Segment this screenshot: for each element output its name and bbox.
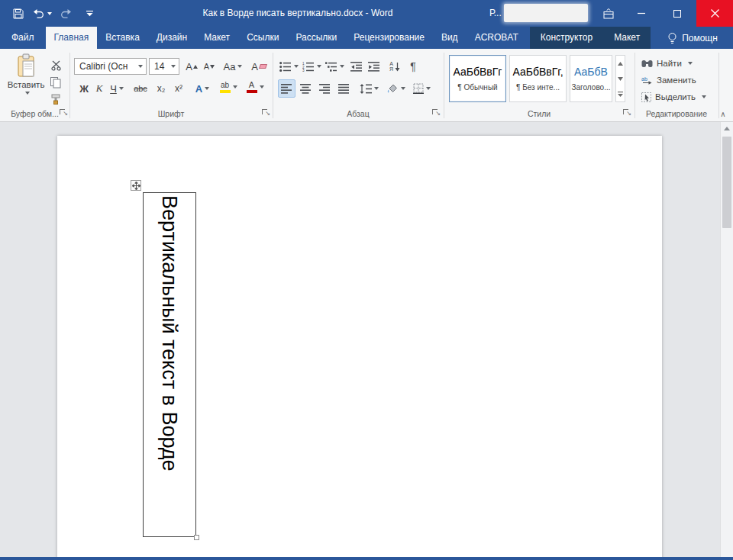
tab-references[interactable]: Ссылки [238, 27, 287, 49]
multilevel-list-button[interactable] [324, 57, 345, 76]
format-painter-button[interactable] [47, 90, 64, 108]
clipboard-dialog-launcher[interactable]: ↘ [60, 109, 68, 117]
ribbon: Вставить Буфер обм... ↘ Calibri (Осн 14 … [0, 49, 733, 122]
collapse-ribbon-button[interactable]: ∧ [718, 110, 728, 119]
tab-acrobat[interactable]: ACROBAT [467, 27, 527, 49]
undo-button[interactable] [33, 5, 51, 23]
bold-button[interactable]: Ж [76, 79, 92, 98]
borders-button[interactable] [410, 79, 433, 98]
share-person-button[interactable] [727, 27, 733, 49]
tab-mailings[interactable]: Рассылки [287, 27, 345, 49]
cut-button[interactable] [47, 56, 64, 75]
customize-quick-access-button[interactable] [80, 5, 98, 23]
shrink-font-button[interactable]: А [201, 57, 218, 76]
redo-button[interactable] [57, 5, 75, 23]
align-left-button[interactable] [278, 79, 295, 98]
style-no-spacing[interactable]: АаБбВвГг, ¶ Без инте... [509, 55, 567, 102]
font-color-button[interactable]: А [243, 78, 267, 96]
font-size-combo[interactable]: 14 [149, 58, 179, 75]
maximize-button[interactable] [660, 0, 694, 27]
tab-view[interactable]: Вид [433, 27, 467, 49]
vertical-scrollbar[interactable] [720, 122, 733, 557]
tab-design[interactable]: Дизайн [148, 27, 195, 49]
move-arrows-icon [132, 182, 140, 190]
tab-insert[interactable]: Вставка [97, 27, 148, 49]
replace-button[interactable]: ab Заменить [641, 73, 696, 87]
underline-letter: Ч [110, 83, 117, 95]
style-normal[interactable]: АаБбВвГг ¶ Обычный [449, 55, 506, 102]
tab-drawing-format[interactable]: Конструктор [530, 27, 603, 49]
highlight-color-button[interactable]: ab [216, 78, 241, 96]
document-page[interactable]: Вертикальный текст в Ворде [57, 136, 662, 557]
line-spacing-button[interactable] [357, 79, 380, 98]
style-heading-1[interactable]: АаБбВ Заголово... [570, 55, 612, 102]
tab-layout[interactable]: Макет [195, 27, 238, 49]
paragraph-dialog-launcher[interactable]: ↘ [432, 109, 441, 117]
tab-home[interactable]: Главная [46, 27, 98, 49]
close-icon [711, 9, 719, 18]
grow-font-letter: А [186, 61, 192, 72]
sort-icon: АЯ [389, 61, 400, 72]
vertical-text-box[interactable]: Вертикальный текст в Ворде [143, 192, 196, 537]
paste-label: Вставить [8, 80, 45, 89]
editing-group-label: Редактирование [635, 109, 718, 118]
tab-review[interactable]: Рецензирование [345, 27, 433, 49]
shading-button[interactable] [384, 79, 407, 98]
decrease-indent-button[interactable] [348, 57, 365, 76]
shrink-font-arrow-icon [210, 65, 215, 69]
svg-text:3: 3 [302, 69, 305, 72]
numbering-button[interactable]: 123 [301, 57, 322, 76]
user-name: Р... [489, 0, 502, 27]
change-case-label: Aa [224, 61, 236, 72]
increase-indent-icon [368, 62, 380, 72]
textbox-resize-handle[interactable] [194, 535, 199, 540]
bold-letter: Ж [79, 83, 89, 95]
ribbon-display-options-button[interactable] [597, 0, 620, 27]
italic-button[interactable]: К [92, 79, 106, 98]
strikethrough-button[interactable]: abc [130, 79, 151, 98]
tab-file[interactable]: Файл [0, 27, 46, 49]
underline-button[interactable]: Ч [107, 79, 127, 98]
clear-formatting-letter: А [251, 61, 258, 72]
find-button[interactable]: Найти [641, 56, 693, 70]
copy-button[interactable] [47, 73, 64, 92]
clear-formatting-button[interactable]: А [249, 57, 269, 76]
paste-button[interactable]: Вставить [7, 53, 45, 117]
close-button[interactable] [696, 0, 733, 27]
increase-indent-button[interactable] [366, 57, 383, 76]
align-right-button[interactable] [316, 79, 334, 98]
styles-scroll-up-button[interactable] [616, 56, 625, 71]
styles-dialog-launcher[interactable]: ↘ [623, 109, 631, 117]
underline-dropdown-arrow [119, 87, 124, 90]
numbering-icon: 123 [302, 62, 315, 72]
align-center-button[interactable] [297, 79, 315, 98]
styles-scroll-down-button[interactable] [616, 71, 625, 86]
justify-button[interactable] [335, 79, 353, 98]
subscript-button[interactable]: x₂ [153, 79, 170, 98]
text-effects-button[interactable]: А [192, 79, 212, 98]
save-button[interactable] [9, 5, 27, 23]
align-center-icon [300, 84, 312, 94]
show-paragraph-marks-button[interactable]: ¶ [405, 57, 421, 76]
font-dialog-launcher[interactable]: ↘ [262, 109, 270, 117]
sort-button[interactable]: АЯ [386, 57, 404, 76]
select-button[interactable]: Выделить [641, 90, 706, 104]
select-cursor-icon [641, 92, 651, 102]
change-case-button[interactable]: Aa [221, 57, 244, 76]
scrollbar-thumb[interactable] [722, 137, 731, 228]
save-icon [13, 8, 24, 19]
superscript-button[interactable]: x² [170, 79, 187, 98]
font-name-combo[interactable]: Calibri (Осн [74, 58, 147, 75]
justify-icon [338, 84, 350, 94]
bullets-button[interactable] [278, 57, 299, 76]
scroll-up-button[interactable] [721, 122, 733, 135]
highlight-icon: ab [220, 82, 231, 93]
tell-me-assistant[interactable]: Помощн [658, 27, 727, 49]
styles-more-button[interactable] [616, 86, 625, 101]
minimize-button[interactable] [625, 0, 659, 27]
textbox-move-handle[interactable] [131, 180, 141, 191]
tab-textbox-layout[interactable]: Макет [603, 27, 651, 49]
scissors-icon [51, 60, 61, 71]
font-name-value: Calibri (Осн [79, 61, 128, 72]
grow-font-button[interactable]: А [183, 57, 200, 76]
